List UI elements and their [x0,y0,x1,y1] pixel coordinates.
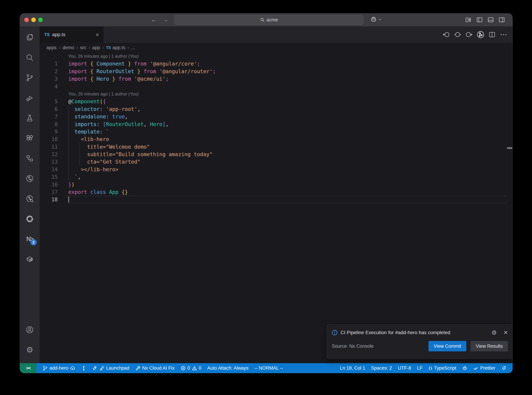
typescript-file-icon: TS [44,32,50,37]
code-line-5[interactable]: 5@Component({ [40,98,513,105]
layout-controls [465,16,505,24]
status-item-vim-mode[interactable]: -- NORMAL -- [251,363,286,373]
toggle-sidebar-icon[interactable] [476,16,483,24]
code-text: `, [68,173,81,181]
tab-app-ts[interactable]: TS app.ts × [40,27,104,43]
git-branch-icon [43,366,48,371]
status-item-problems[interactable]: 00 [177,363,204,373]
current-line-highlight [67,196,506,203]
files-icon [26,33,34,41]
layout-customize-icon[interactable] [465,16,472,24]
copilot-menu[interactable] [370,16,382,23]
activity-item-extensions[interactable] [20,130,40,147]
activity-item-source-control[interactable] [20,69,40,86]
view-results-button[interactable]: View Results [471,341,508,351]
source-control-graph-icon[interactable] [477,31,484,38]
overview-ruler[interactable] [506,53,513,363]
rocket-icon [92,366,97,371]
notification-close-icon[interactable]: ✕ [503,329,508,336]
code-line-18[interactable]: 18 [40,196,513,203]
breadcrumb-item-[interactable]: ... [131,45,135,50]
code-line-8[interactable]: 8 imports: [RouterOutlet, Hero], [40,121,513,128]
nav-back-icon[interactable] [442,31,450,38]
code-line-1[interactable]: 1import { Component } from '@angular/cor… [40,60,513,67]
status-item-branch[interactable]: add-hero [40,363,78,373]
activity-item-run-debug[interactable] [20,89,40,106]
activity-item-search[interactable] [20,49,40,66]
code-line-14[interactable]: 14 ></lib-hero> [40,166,513,173]
code-line-13[interactable]: 13 cta="Get Started" [40,158,513,165]
more-actions-icon[interactable] [500,31,507,38]
code-line-15[interactable]: 15 `, [40,173,513,181]
gear-icon: ⚙ [26,346,33,354]
status-label: Ln 18, Col 1 [340,365,365,371]
notification-settings-icon[interactable]: ⚙ [492,329,497,336]
activity-item-custom-views[interactable] [20,150,40,167]
activity-item-graph-search[interactable] [20,190,40,207]
status-item-nx-cloud-ai-fix[interactable]: Nx Cloud AI Fix [132,363,177,373]
breadcrumb-item-apps[interactable]: apps [46,45,57,50]
activity-item-explorer[interactable] [20,29,40,46]
blame-text: You, 26 minutes ago | 1 author (You) [68,53,139,60]
code-line-16[interactable]: 16}) [40,181,513,188]
activity-item-nx-cloud[interactable] [20,211,40,227]
view-commit-button[interactable]: View Commit [429,341,467,351]
close-window-button[interactable] [24,17,29,22]
code-line-10[interactable]: 10 <lib-hero [40,135,513,143]
breadcrumb-item-appts[interactable]: TSapp.ts [106,45,125,50]
code-line-12[interactable]: 12 subtitle="Build something amazing tod… [40,151,513,158]
code-line-9[interactable]: 9 template: ` [40,128,513,135]
notification-title: CI Pipeline Execution for #add-hero has … [341,330,489,335]
activity-item-nx-console[interactable]: N>2 [20,231,40,247]
nav-dot-icon[interactable] [454,31,462,38]
toggle-secondary-sidebar-icon[interactable] [498,16,505,24]
status-item-notifications[interactable] [498,363,509,373]
code-line-7[interactable]: 7 standalone: true, [40,113,513,120]
nav-forward-icon[interactable] [465,31,473,38]
status-label: -- NORMAL -- [254,365,283,371]
tab-title: app.ts [52,32,93,37]
activity-item-settings[interactable]: ⚙ [20,341,40,358]
code-line-4[interactable]: 4 [40,83,513,90]
code-line-17[interactable]: 17export class App {} [40,188,513,196]
close-tab-icon[interactable]: × [96,32,99,38]
line-number: 15 [40,173,58,181]
zoom-window-button[interactable] [38,17,43,22]
toggle-panel-icon[interactable] [487,16,494,24]
activity-bar: N>2⚙ [20,27,40,363]
code-line-3[interactable]: 3import { Hero } from '@acme/ui'; [40,75,513,82]
copilot-icon [370,16,377,23]
nav-forward-arrow[interactable]: → [161,16,169,23]
code-text: selector: 'app-root', [68,105,140,113]
status-label: LF [417,365,423,371]
double-check-icon [473,366,478,371]
minimize-window-button[interactable] [31,17,36,22]
breadcrumb-item-src[interactable]: src [80,45,86,50]
activity-item-containers[interactable] [20,251,40,268]
breadcrumb-item-app[interactable]: app [92,45,100,50]
nav-back-arrow[interactable]: ← [150,16,158,23]
activity-item-commit-graph[interactable] [20,170,40,187]
status-item-formatter[interactable]: Prettier [470,363,498,373]
remote-indicator[interactable]: >< [20,363,37,373]
status-item-copilot[interactable] [459,363,470,373]
command-center-search[interactable]: acme [174,15,364,25]
status-item-cursor-position[interactable]: Ln 18, Col 1 [337,363,368,373]
status-item-language-mode[interactable]: {}TypeScript [425,363,459,373]
code-line-11[interactable]: 11 title="Welcmoe demo" [40,143,513,151]
status-item-auto-attach[interactable]: Auto Attach: Always [204,363,251,373]
status-item-encoding[interactable]: UTF-8 [395,363,414,373]
status-item-indentation[interactable]: Spaces: 2 [368,363,395,373]
activity-item-testing[interactable] [20,110,40,126]
code-editor[interactable]: You, 26 minutes ago | 1 author (You)1imp… [40,53,513,363]
breadcrumb-item-demo[interactable]: demo [63,45,74,50]
status-item-launchpad[interactable]: Launchpad [89,363,132,373]
code-line-6[interactable]: 6 selector: 'app-root', [40,105,513,113]
status-item-git-compare[interactable] [78,363,89,373]
activity-item-accounts[interactable] [20,321,40,338]
editor-actions [442,27,507,43]
status-item-eol[interactable]: LF [414,363,426,373]
split-editor-icon[interactable] [488,31,496,38]
status-label: Spaces: 2 [371,365,392,371]
code-line-2[interactable]: 2import { RouterOutlet } from '@angular/… [40,68,513,75]
